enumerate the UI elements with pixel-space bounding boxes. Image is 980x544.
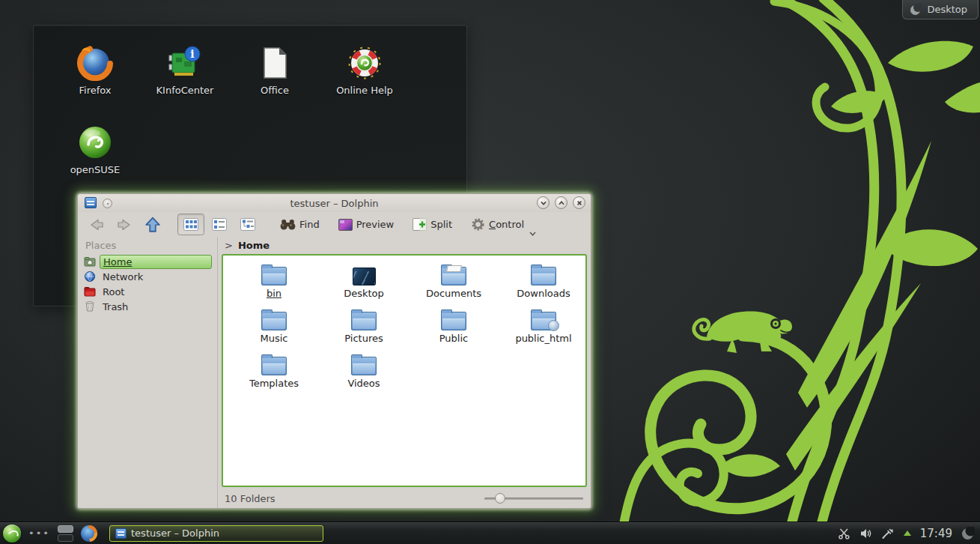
folder-item[interactable]: Desktop: [319, 265, 409, 309]
compact-view-button[interactable]: [206, 214, 233, 235]
icons-view-button[interactable]: [177, 214, 204, 235]
folder-item[interactable]: Public: [409, 309, 499, 354]
forward-button[interactable]: [112, 216, 137, 234]
control-button[interactable]: Control: [466, 216, 541, 233]
place-label: Network: [100, 271, 146, 283]
device-notifier-icon[interactable]: [881, 528, 895, 540]
place-label: Home: [100, 255, 212, 269]
maximize-button[interactable]: [555, 196, 567, 209]
breadcrumb[interactable]: > Home: [218, 237, 591, 254]
desktop: Desktop Firefox: [0, 0, 980, 544]
breadcrumb-chevron-icon: >: [225, 240, 233, 251]
folder-label: public_html: [515, 333, 571, 344]
breadcrumb-current[interactable]: Home: [238, 240, 270, 251]
folder-item[interactable]: Pictures: [319, 309, 409, 354]
folder-label: Public: [439, 333, 468, 344]
pager-desktop-2[interactable]: [58, 534, 73, 542]
window-menu-button[interactable]: [103, 199, 112, 208]
binoculars-icon: [280, 219, 296, 230]
folder-label: Documents: [426, 288, 481, 299]
desktop-icon-office[interactable]: Office: [230, 45, 320, 124]
desktop-icon-label: Online Help: [336, 85, 393, 96]
folder-item[interactable]: bin: [229, 265, 319, 309]
clock[interactable]: 17:49: [920, 527, 952, 540]
tray-expand-icon[interactable]: [904, 531, 911, 536]
minimize-button[interactable]: [537, 196, 550, 209]
kinfocenter-icon: i: [167, 45, 203, 81]
public-html-folder-icon: [531, 312, 556, 330]
places-header: Places: [78, 237, 217, 254]
window-title: testuser – Dolphin: [290, 198, 378, 209]
globe-icon: [548, 320, 559, 331]
desktop-icon-online-help[interactable]: Online Help: [320, 45, 410, 124]
desktop-toolbox[interactable]: Desktop: [902, 0, 979, 19]
folder-icon: [261, 267, 287, 285]
view-mode-group: [177, 214, 261, 235]
klipper-scissors-icon[interactable]: [838, 528, 850, 540]
desktop-icon-label: KInfoCenter: [156, 85, 214, 96]
folder-item[interactable]: public_html: [499, 309, 587, 354]
application-launcher-button[interactable]: [3, 525, 21, 543]
folder-icon: [351, 357, 377, 375]
network-globe-icon: [84, 271, 96, 282]
pager-desktop-1[interactable]: [58, 525, 73, 533]
folder-item[interactable]: Templates: [229, 354, 319, 399]
folder-label: bin: [267, 288, 281, 299]
close-button[interactable]: [573, 196, 585, 209]
places-panel: Places Home: [78, 237, 218, 508]
desktop-pager[interactable]: [58, 525, 73, 542]
chevron-down-icon: [529, 232, 536, 236]
task-button-dolphin[interactable]: testuser – Dolphin: [109, 525, 323, 542]
place-root[interactable]: Root: [78, 284, 217, 299]
chevron-up-icon: [558, 199, 565, 207]
desktop-icon-label: Office: [261, 85, 289, 96]
gear-icon: [471, 217, 485, 232]
slider-handle[interactable]: [495, 493, 505, 504]
forward-arrow-icon: [116, 217, 133, 232]
desktop-icon-opensuse[interactable]: openSUSE: [50, 124, 140, 204]
details-view-button[interactable]: [234, 214, 261, 235]
folder-icon: [441, 312, 466, 330]
firefox-icon: [77, 45, 113, 81]
desktop-icon-firefox[interactable]: Firefox: [50, 45, 140, 124]
split-label: Split: [430, 219, 452, 230]
folder-label: Videos: [347, 378, 380, 389]
folder-item[interactable]: Videos: [319, 354, 409, 399]
folder-icon: [531, 267, 556, 285]
place-trash[interactable]: Trash: [78, 299, 217, 314]
task-label: testuser – Dolphin: [131, 528, 219, 539]
titlebar[interactable]: testuser – Dolphin: [78, 194, 591, 212]
status-items-count: 10 Folders: [225, 493, 484, 504]
opensuse-geeko-icon: [77, 124, 113, 160]
control-label: Control: [489, 219, 524, 230]
desktop-icon-kinfocenter[interactable]: i KInfoCenter: [140, 45, 230, 124]
image-preview-icon: [338, 219, 353, 231]
cashew-icon: [910, 4, 922, 16]
status-bar: 10 Folders: [218, 489, 591, 508]
folder-label: Pictures: [344, 333, 383, 344]
folder-label: Music: [261, 333, 288, 344]
icon-zoom-slider[interactable]: [484, 493, 583, 504]
volume-speaker-icon[interactable]: [859, 528, 872, 540]
panel-cashew-icon[interactable]: [961, 527, 975, 540]
folder-item[interactable]: Downloads: [499, 265, 587, 309]
window-buttons: [537, 196, 585, 209]
split-button[interactable]: Split: [408, 217, 457, 232]
back-button[interactable]: [84, 216, 109, 234]
desktop-folder-icon: [353, 268, 376, 285]
taskbar-left: ••• testuser – Dolphin: [0, 525, 323, 543]
up-button[interactable]: [139, 214, 166, 235]
folder-label: Desktop: [344, 288, 384, 299]
place-network[interactable]: Network: [78, 269, 217, 284]
toolbar: Find Preview Split: [78, 212, 591, 237]
firefox-launcher-icon[interactable]: [81, 525, 97, 542]
folder-item[interactable]: Documents: [409, 265, 499, 309]
folder-icon: [261, 357, 287, 375]
folder-item[interactable]: Music: [229, 309, 319, 354]
place-home[interactable]: Home: [78, 254, 217, 269]
folder-view[interactable]: bin Desktop Documents Downloads: [222, 254, 587, 487]
preview-button[interactable]: Preview: [334, 217, 399, 232]
find-button[interactable]: Find: [276, 217, 324, 232]
activity-dots-icon[interactable]: •••: [28, 528, 50, 538]
split-view-icon: [413, 218, 427, 231]
